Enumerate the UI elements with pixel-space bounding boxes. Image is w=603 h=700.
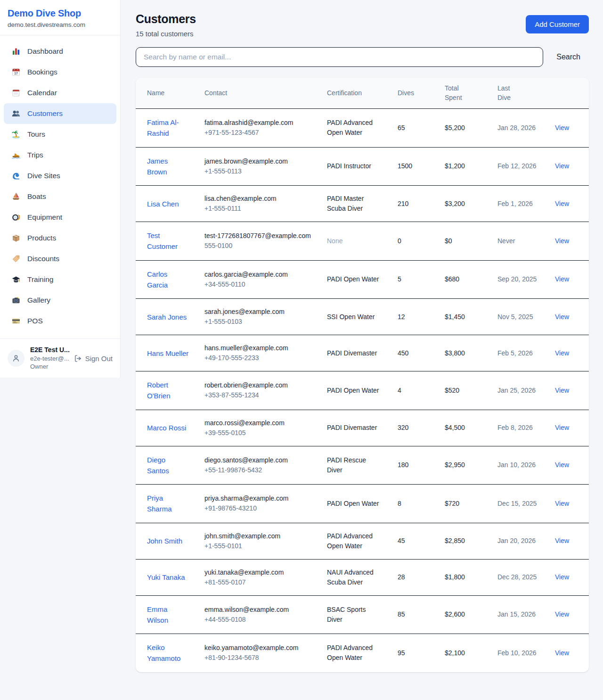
customer-email: marco.rossi@example.com [204, 418, 312, 428]
sidebar-item-products[interactable]: Products [4, 228, 116, 248]
customer-name-link[interactable]: Test Customer [147, 230, 189, 252]
customer-dives: 85 [390, 595, 437, 634]
view-customer-link[interactable]: View [555, 275, 569, 283]
table-row: Diego Santosdiego.santos@example.com+55-… [136, 446, 589, 485]
view-customer-link[interactable]: View [555, 124, 569, 132]
dive-mask-icon [11, 213, 21, 222]
view-customer-link[interactable]: View [555, 313, 569, 321]
customer-last-dive: Never [490, 222, 547, 261]
sidebar-item-customers[interactable]: Customers [4, 103, 116, 124]
customer-name-link[interactable]: Diego Santos [147, 454, 189, 477]
table-row: John Smithjohn.smith@example.com+1-555-0… [136, 523, 589, 559]
customer-total-spent: $5,200 [437, 109, 490, 148]
sidebar-item-dive-sites[interactable]: Dive Sites [4, 165, 116, 186]
search-button[interactable]: Search [556, 53, 580, 61]
view-customer-link[interactable]: View [555, 162, 569, 170]
customer-name-link[interactable]: Emma Wilson [147, 604, 189, 626]
view-customer-link[interactable]: View [555, 500, 569, 507]
view-customer-link[interactable]: View [555, 573, 569, 581]
view-customer-link[interactable]: View [555, 461, 569, 469]
customer-email: john.smith@example.com [204, 531, 312, 541]
customer-name-link[interactable]: Priya Sharma [147, 493, 189, 515]
customer-last-dive: Jan 20, 2026 [490, 523, 547, 559]
app-layout: Demo Dive Shop demo.test.divestreams.com… [0, 0, 603, 672]
view-customer-link[interactable]: View [555, 537, 569, 544]
customer-name-link[interactable]: Sarah Jones [147, 312, 187, 322]
customer-table-header-row: NameContactCertificationDivesTotal Spent… [136, 78, 589, 109]
price-tag-icon [11, 254, 21, 264]
search-input[interactable] [136, 47, 543, 67]
customer-total-spent: $4,500 [437, 410, 490, 446]
customer-name-link[interactable]: Carlos Garcia [147, 269, 189, 291]
customer-phone: +39-555-0105 [204, 428, 312, 438]
sidebar-item-training[interactable]: Training [4, 269, 116, 290]
customer-certification: PADI Open Water [327, 275, 379, 283]
customer-name-link[interactable]: Keiko Yamamoto [147, 642, 189, 664]
customer-certification: PADI Divemaster [327, 424, 377, 431]
sidebar-item-equipment[interactable]: Equipment [4, 207, 116, 228]
sidebar-item-discounts[interactable]: Discounts [4, 248, 116, 269]
customer-email: yuki.tanaka@example.com [204, 568, 312, 577]
customer-name-link[interactable]: Hans Mueller [147, 348, 188, 359]
customer-total-spent: $520 [437, 371, 490, 410]
table-row: Carlos Garciacarlos.garcia@example.com+3… [136, 260, 589, 299]
sidebar-item-calendar[interactable]: Calendar [4, 82, 116, 103]
customer-email: lisa.chen@example.com [204, 194, 312, 204]
sidebar-item-label: Customers [27, 109, 63, 118]
customers-table-card: NameContactCertificationDivesTotal Spent… [136, 78, 589, 672]
view-customer-link[interactable]: View [555, 424, 569, 431]
customer-name-link[interactable]: Fatima Al-Rashid [147, 117, 189, 139]
customer-last-dive: Nov 5, 2025 [490, 299, 547, 335]
customer-last-dive: Jan 10, 2026 [490, 446, 547, 485]
add-customer-button[interactable]: Add Customer [526, 15, 589, 33]
sidebar-item-gallery[interactable]: Gallery [4, 290, 116, 311]
customer-dives: 320 [390, 410, 437, 446]
search-row: Search [136, 47, 589, 67]
view-customer-link[interactable]: View [555, 237, 569, 245]
sign-out-button[interactable]: Sign Out [74, 354, 113, 362]
user-role: Owner [30, 362, 68, 371]
customer-certification: PADI Rescue Diver [327, 456, 366, 474]
customer-name-link[interactable]: Lisa Chen [147, 198, 179, 209]
customer-certification: PADI Advanced Open Water [327, 119, 373, 136]
customer-name-link[interactable]: Marco Rossi [147, 422, 186, 433]
customer-email: carlos.garcia@example.com [204, 270, 312, 280]
table-row: Marco Rossimarco.rossi@example.com+39-55… [136, 410, 589, 446]
customer-phone: +91-98765-43210 [204, 503, 312, 513]
customer-total-spent: $1,800 [437, 559, 490, 595]
customer-email: test-1772681807767@example.com [204, 231, 312, 241]
column-header-certification: Certification [319, 78, 390, 109]
customer-name-link[interactable]: John Smith [147, 535, 182, 546]
bookings-calendar-icon: 17 [11, 67, 21, 77]
sidebar-item-boats[interactable]: Boats [4, 186, 116, 207]
view-customer-link[interactable]: View [555, 610, 569, 618]
view-customer-link[interactable]: View [555, 387, 569, 394]
sidebar-item-dashboard[interactable]: Dashboard [4, 41, 116, 62]
customer-name-link[interactable]: Yuki Tanaka [147, 572, 185, 583]
customer-certification: None [327, 237, 342, 245]
sidebar-item-pos[interactable]: POS [4, 311, 116, 331]
view-customer-link[interactable]: View [555, 649, 569, 657]
customer-certification: PADI Advanced Open Water [327, 644, 373, 661]
customer-email: robert.obrien@example.com [204, 380, 312, 390]
customer-total-spent: $3,200 [437, 186, 490, 222]
sidebar-item-label: Discounts [27, 255, 59, 263]
customer-name-link[interactable]: James Brown [147, 156, 189, 178]
person-icon [12, 354, 20, 362]
customer-total-spent: $2,950 [437, 446, 490, 485]
sidebar-item-tours[interactable]: Tours [4, 124, 116, 145]
table-row: Lisa Chenlisa.chen@example.com+1-555-011… [136, 186, 589, 222]
table-row: Priya Sharmapriya.sharma@example.com+91-… [136, 485, 589, 523]
customer-last-dive: Jan 15, 2026 [490, 595, 547, 634]
view-customer-link[interactable]: View [555, 349, 569, 357]
dashboard-icon [11, 47, 21, 56]
svg-text:17: 17 [14, 72, 18, 75]
view-customer-link[interactable]: View [555, 200, 569, 207]
customer-name-link[interactable]: Robert O'Brien [147, 379, 189, 402]
column-header-total-spent: Total Spent [437, 78, 490, 109]
sidebar-item-trips[interactable]: Trips [4, 145, 116, 165]
customer-certification: PADI Open Water [327, 500, 379, 507]
sidebar-item-label: Boats [27, 192, 46, 201]
sidebar-item-bookings[interactable]: 17Bookings [4, 62, 116, 82]
customer-certification: PADI Divemaster [327, 349, 377, 357]
